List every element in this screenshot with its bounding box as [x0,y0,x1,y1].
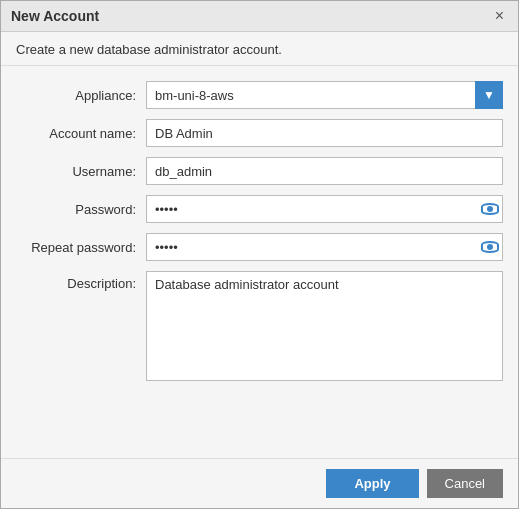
close-button[interactable]: × [491,8,508,24]
show-repeat-password-button[interactable] [481,241,499,253]
show-password-button[interactable] [481,203,499,215]
account-name-row: Account name: [16,119,503,147]
description-textarea[interactable]: Database administrator account [146,271,503,381]
description-label: Description: [16,271,146,291]
appliance-label: Appliance: [16,88,146,103]
dialog-footer: Apply Cancel [1,458,518,508]
cancel-button[interactable]: Cancel [427,469,503,498]
password-field [146,195,503,223]
eye-icon-repeat [481,241,499,253]
username-field [146,157,503,185]
password-input[interactable] [146,195,503,223]
repeat-password-label: Repeat password: [16,240,146,255]
repeat-password-field [146,233,503,261]
dialog-titlebar: New Account × [1,1,518,32]
new-account-dialog: New Account × Create a new database admi… [0,0,519,509]
eye-icon [481,203,499,215]
repeat-password-input[interactable] [146,233,503,261]
apply-button[interactable]: Apply [326,469,418,498]
username-label: Username: [16,164,146,179]
appliance-select-wrapper: bm-uni-8-aws ▼ [146,81,503,109]
dialog-title: New Account [11,8,99,24]
account-name-field [146,119,503,147]
password-label: Password: [16,202,146,217]
account-name-input[interactable] [146,119,503,147]
appliance-row: Appliance: bm-uni-8-aws ▼ [16,81,503,109]
dialog-subtitle: Create a new database administrator acco… [1,32,518,66]
description-row: Description: Database administrator acco… [16,271,503,381]
dialog-body: Appliance: bm-uni-8-aws ▼ Account name: … [1,66,518,458]
username-row: Username: [16,157,503,185]
repeat-password-wrapper [146,233,503,261]
appliance-field: bm-uni-8-aws ▼ [146,81,503,109]
account-name-label: Account name: [16,126,146,141]
repeat-password-row: Repeat password: [16,233,503,261]
username-input[interactable] [146,157,503,185]
password-wrapper [146,195,503,223]
password-row: Password: [16,195,503,223]
appliance-select[interactable]: bm-uni-8-aws [146,81,503,109]
